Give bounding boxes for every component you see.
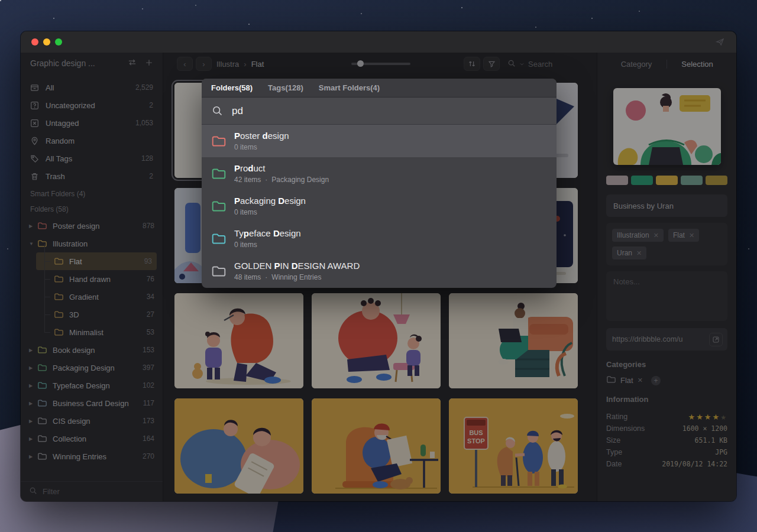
dropdown-search-query[interactable]: pd: [232, 105, 243, 117]
folder-icon: [211, 232, 227, 245]
result-meta: 0 items: [234, 208, 306, 216]
result-item-count: 0 items: [234, 241, 257, 249]
feedback-icon[interactable]: [716, 37, 724, 48]
result-folder-name: GOLDEN PIN DESIGN AWARD: [234, 261, 360, 271]
dropdown-search-field[interactable]: pd: [202, 98, 557, 125]
folder-icon: [211, 265, 227, 278]
dropdown-result-row[interactable]: Product42 items·Packaging Design: [202, 157, 557, 190]
result-folder-name: Product: [234, 163, 329, 174]
desktop: Graphic design ... All2,529Uncategorized…: [0, 0, 757, 532]
dot-separator: ·: [265, 176, 267, 184]
result-meta: 42 items·Packaging Design: [234, 176, 329, 184]
result-item-count: 0 items: [234, 208, 257, 216]
dot-separator: ·: [265, 273, 267, 281]
dropdown-result-row[interactable]: Poster design0 items: [202, 125, 557, 157]
result-folder-name: Typeface Design: [234, 228, 301, 239]
titlebar[interactable]: [21, 31, 736, 53]
result-parent-folder: Packaging Design: [271, 176, 329, 184]
result-item-count: 0 items: [234, 143, 257, 151]
result-item-count: 48 items: [234, 273, 261, 281]
result-parent-folder: Winning Entries: [271, 273, 321, 281]
folder-icon: [211, 135, 227, 148]
close-window-button[interactable]: [31, 38, 38, 46]
dropdown-tabs: Folders(58)Tags(128)Smart Folders(4): [202, 79, 557, 98]
result-folder-name: Poster design: [234, 131, 289, 141]
folder-icon: [211, 200, 227, 213]
dropdown-result-row[interactable]: Typeface Design0 items: [202, 222, 557, 255]
dropdown-tab-folders[interactable]: Folders(58): [211, 83, 253, 92]
result-meta: 0 items: [234, 143, 289, 151]
result-item-count: 42 items: [234, 176, 261, 184]
folder-icon: [211, 167, 227, 180]
dropdown-tab-smart-folders[interactable]: Smart Folders(4): [319, 83, 380, 92]
result-folder-name: Packaging Design: [234, 196, 306, 206]
app-window: Graphic design ... All2,529Uncategorized…: [21, 31, 736, 501]
dropdown-result-row[interactable]: GOLDEN PIN DESIGN AWARD48 items·Winning …: [202, 255, 557, 287]
search-icon: [212, 105, 223, 116]
folder-search-dropdown: Folders(58)Tags(128)Smart Folders(4) pd …: [202, 79, 557, 288]
dropdown-result-row[interactable]: Packaging Design0 items: [202, 190, 557, 222]
minimize-window-button[interactable]: [43, 38, 50, 46]
wallpaper-stars: [0, 0, 1, 1]
result-meta: 48 items·Winning Entries: [234, 273, 360, 281]
dropdown-results-list: Poster design0 itemsProduct42 items·Pack…: [202, 125, 557, 288]
zoom-window-button[interactable]: [55, 38, 62, 46]
dropdown-tab-tags[interactable]: Tags(128): [268, 83, 303, 92]
result-meta: 0 items: [234, 241, 301, 249]
